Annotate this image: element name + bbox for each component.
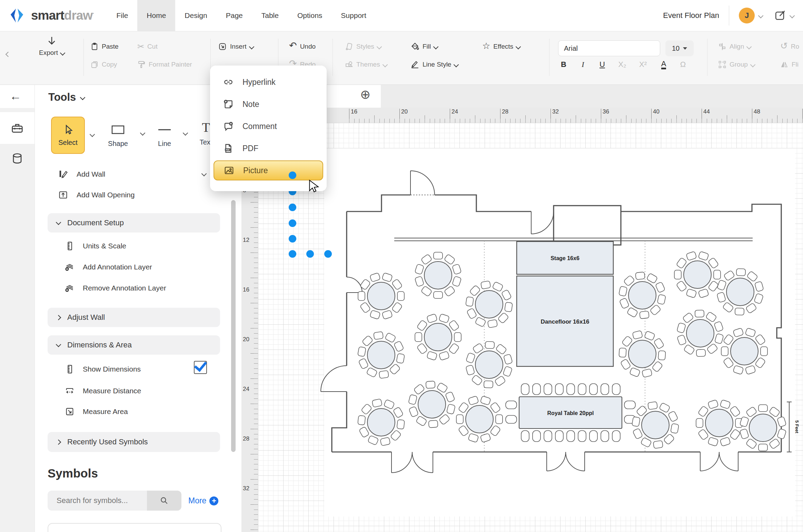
round-table[interactable] — [619, 331, 666, 377]
round-table[interactable] — [415, 314, 461, 360]
symbol-search-button[interactable] — [147, 491, 181, 511]
insert-pdf-item[interactable]: PDF PDF — [210, 137, 327, 159]
menu-file[interactable]: File — [107, 0, 137, 31]
themes-icon — [345, 60, 353, 69]
drag-dot — [289, 171, 296, 179]
fill-button[interactable]: Fill — [410, 39, 438, 54]
menu-support[interactable]: Support — [331, 0, 376, 31]
round-table[interactable] — [466, 342, 513, 388]
round-table[interactable] — [740, 405, 786, 451]
superscript-button[interactable]: X² — [635, 57, 651, 72]
add-wall-button[interactable]: Add Wall — [58, 167, 105, 181]
show-dimensions-checkbox[interactable] — [194, 361, 207, 374]
shape-options-chevron[interactable] — [140, 130, 146, 136]
group-button[interactable]: Group — [718, 57, 755, 72]
italic-button[interactable]: I — [575, 57, 591, 72]
section-recently-used-symbols[interactable]: Recently Used Symbols — [48, 432, 220, 452]
units-scale-button[interactable]: Units & Scale — [65, 239, 126, 253]
subscript-button[interactable]: X₂ — [615, 57, 630, 72]
format-painter-button[interactable]: Format Painter — [137, 57, 192, 72]
round-table[interactable] — [619, 272, 666, 319]
line-tool-button[interactable]: Line — [152, 125, 177, 148]
menu-page[interactable]: Page — [217, 0, 252, 31]
bold-button[interactable]: B — [556, 57, 571, 72]
insert-hyperlink-item[interactable]: Hyperlink — [210, 71, 327, 93]
round-table[interactable] — [674, 251, 721, 298]
data-icon[interactable] — [11, 152, 24, 165]
round-table[interactable] — [456, 396, 503, 442]
round-table[interactable] — [721, 328, 767, 374]
line-style-icon — [410, 60, 419, 69]
symbol-search-input[interactable] — [48, 491, 147, 511]
menu-table[interactable]: Table — [252, 0, 288, 31]
section-dimensions-area[interactable]: Dimensions & Area — [48, 335, 220, 355]
add-annotation-layer-button[interactable]: Add Annotation Layer — [65, 260, 152, 274]
export-arrow-icon — [47, 36, 56, 46]
toolbox-icon[interactable] — [11, 122, 24, 135]
remove-annotation-layer-button[interactable]: Remove Annotation Layer — [65, 281, 166, 295]
flip-button[interactable]: Fli — [780, 57, 799, 72]
round-table[interactable] — [677, 310, 724, 357]
menu-options[interactable]: Options — [288, 0, 331, 31]
remove-annotation-layer-icon — [65, 283, 75, 293]
export-button[interactable]: Export — [31, 36, 72, 57]
avatar[interactable]: J — [739, 8, 755, 23]
insert-comment-item[interactable]: Comment — [210, 115, 327, 137]
add-wall-chevron[interactable] — [201, 171, 207, 177]
measure-area-button[interactable]: Measure Area — [65, 404, 128, 419]
font-name-input[interactable] — [558, 40, 660, 56]
insert-picture-item[interactable]: Picture — [214, 160, 323, 180]
shape-tool-button[interactable]: Shape — [103, 125, 132, 148]
share-button[interactable] — [774, 10, 794, 21]
plus-icon: + — [209, 496, 218, 505]
round-table[interactable] — [466, 281, 513, 328]
effects-icon: ☆ — [482, 41, 490, 51]
select-tool-button[interactable]: Select — [51, 117, 85, 154]
round-table[interactable] — [408, 381, 455, 428]
effects-button[interactable]: ☆ Effects — [482, 39, 520, 54]
styles-button[interactable]: Styles — [345, 39, 381, 54]
collapse-toolbar-icon[interactable] — [6, 52, 11, 57]
align-button[interactable]: Align — [718, 39, 751, 54]
measure-distance-button[interactable]: Measure Distance — [65, 384, 141, 398]
share-edit-icon — [774, 10, 786, 21]
round-table[interactable] — [358, 273, 404, 319]
undo-button[interactable]: ↶Undo — [289, 39, 316, 54]
line-style-button[interactable]: Line Style — [410, 57, 458, 72]
section-document-setup[interactable]: Document Setup — [48, 213, 220, 233]
rotate-button[interactable]: ↺Ro — [780, 39, 799, 54]
special-character-button[interactable]: Ω — [675, 57, 691, 72]
menu-design[interactable]: Design — [175, 0, 216, 31]
round-table[interactable] — [358, 399, 405, 446]
more-symbols-link[interactable]: More+ — [188, 496, 218, 505]
copy-button[interactable]: Copy — [90, 57, 117, 72]
add-wall-opening-button[interactable]: Add Wall Opening — [58, 188, 135, 202]
insert-note-item[interactable]: Note — [210, 93, 327, 115]
text-icon: T — [202, 121, 210, 133]
round-table[interactable] — [717, 269, 764, 315]
paste-button[interactable]: Paste — [90, 39, 119, 54]
insert-button[interactable]: Insert — [218, 39, 254, 54]
measure-distance-icon — [65, 386, 75, 396]
stage-shape[interactable]: Stage 16x6 — [517, 242, 613, 274]
svg-text:PDF: PDF — [226, 149, 230, 151]
account-button[interactable]: J — [739, 8, 763, 23]
line-options-chevron[interactable] — [183, 130, 188, 136]
section-adjust-wall[interactable]: Adjust Wall — [48, 308, 220, 327]
dancefloor-shape[interactable]: Dancefloor 16x16 — [517, 276, 613, 366]
round-table[interactable] — [696, 400, 742, 446]
menu-home[interactable]: Home — [137, 0, 175, 31]
select-options-chevron[interactable] — [90, 132, 95, 137]
cut-button[interactable]: ✂Cut — [137, 39, 158, 54]
cut-icon: ✂ — [137, 42, 144, 51]
royal-table-shape[interactable]: Royal Table 20ppl — [519, 397, 622, 428]
underline-button[interactable]: U — [595, 57, 610, 72]
round-table[interactable] — [358, 332, 405, 378]
back-arrow-icon[interactable]: ← — [10, 89, 21, 103]
round-table[interactable] — [415, 252, 461, 298]
tools-heading[interactable]: Tools — [48, 91, 85, 104]
font-color-button[interactable]: A — [656, 57, 671, 72]
font-size-select[interactable]: 10 — [665, 40, 694, 56]
themes-button[interactable]: Themes — [345, 57, 387, 72]
round-table[interactable] — [632, 402, 679, 449]
